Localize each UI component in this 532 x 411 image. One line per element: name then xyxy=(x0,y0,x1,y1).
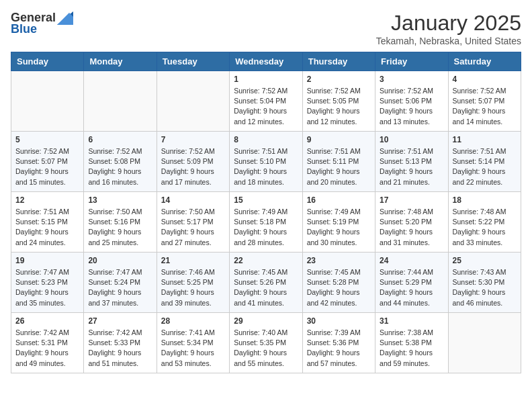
day-number: 5 xyxy=(15,135,79,144)
calendar-cell: 30Sunrise: 7:39 AM Sunset: 5:36 PM Dayli… xyxy=(302,313,375,373)
day-number: 7 xyxy=(161,135,225,144)
header-friday: Friday xyxy=(375,52,448,71)
calendar-cell: 10Sunrise: 7:51 AM Sunset: 5:13 PM Dayli… xyxy=(375,132,448,192)
day-number: 26 xyxy=(15,316,79,326)
title-location: Tekamah, Nebraska, United States xyxy=(376,36,521,46)
day-info: Sunrise: 7:52 AM Sunset: 5:09 PM Dayligh… xyxy=(161,146,225,187)
calendar-cell: 16Sunrise: 7:49 AM Sunset: 5:19 PM Dayli… xyxy=(302,192,375,253)
day-info: Sunrise: 7:42 AM Sunset: 5:33 PM Dayligh… xyxy=(88,328,152,369)
day-number: 1 xyxy=(234,75,298,84)
calendar-week-4: 26Sunrise: 7:42 AM Sunset: 5:31 PM Dayli… xyxy=(11,313,521,373)
header-sunday: Sunday xyxy=(11,52,84,71)
day-info: Sunrise: 7:47 AM Sunset: 5:24 PM Dayligh… xyxy=(88,267,152,308)
calendar-cell: 8Sunrise: 7:51 AM Sunset: 5:10 PM Daylig… xyxy=(230,132,302,192)
calendar-cell: 3Sunrise: 7:52 AM Sunset: 5:06 PM Daylig… xyxy=(375,71,448,132)
day-info: Sunrise: 7:51 AM Sunset: 5:10 PM Dayligh… xyxy=(234,146,298,187)
day-info: Sunrise: 7:45 AM Sunset: 5:28 PM Dayligh… xyxy=(307,267,371,308)
calendar-cell xyxy=(448,313,521,373)
calendar-cell: 2Sunrise: 7:52 AM Sunset: 5:05 PM Daylig… xyxy=(302,71,375,132)
calendar-cell xyxy=(11,71,84,132)
day-number: 23 xyxy=(307,256,371,265)
calendar-cell: 1Sunrise: 7:52 AM Sunset: 5:04 PM Daylig… xyxy=(230,71,302,132)
calendar-header-row: SundayMondayTuesdayWednesdayThursdayFrid… xyxy=(11,52,521,71)
day-number: 18 xyxy=(453,195,517,205)
calendar-week-2: 12Sunrise: 7:51 AM Sunset: 5:15 PM Dayli… xyxy=(11,192,521,253)
day-number: 2 xyxy=(307,75,371,84)
day-info: Sunrise: 7:52 AM Sunset: 5:08 PM Dayligh… xyxy=(88,146,152,187)
day-info: Sunrise: 7:43 AM Sunset: 5:30 PM Dayligh… xyxy=(453,267,517,308)
calendar-cell: 5Sunrise: 7:52 AM Sunset: 5:07 PM Daylig… xyxy=(11,132,84,192)
calendar-cell xyxy=(157,71,229,132)
day-number: 6 xyxy=(88,135,152,144)
header-saturday: Saturday xyxy=(448,52,521,71)
calendar-week-0: 1Sunrise: 7:52 AM Sunset: 5:04 PM Daylig… xyxy=(11,71,521,132)
calendar-cell: 28Sunrise: 7:41 AM Sunset: 5:34 PM Dayli… xyxy=(157,313,229,373)
calendar-cell: 14Sunrise: 7:50 AM Sunset: 5:17 PM Dayli… xyxy=(157,192,229,253)
day-number: 12 xyxy=(15,195,79,205)
calendar-cell: 26Sunrise: 7:42 AM Sunset: 5:31 PM Dayli… xyxy=(11,313,84,373)
day-info: Sunrise: 7:50 AM Sunset: 5:17 PM Dayligh… xyxy=(161,207,225,248)
day-number: 11 xyxy=(453,135,517,144)
header-tuesday: Tuesday xyxy=(157,52,229,71)
title-month: January 2025 xyxy=(376,11,521,36)
header-wednesday: Wednesday xyxy=(230,52,302,71)
day-info: Sunrise: 7:52 AM Sunset: 5:06 PM Dayligh… xyxy=(380,86,443,127)
calendar-cell: 11Sunrise: 7:51 AM Sunset: 5:14 PM Dayli… xyxy=(448,132,521,192)
calendar-cell: 29Sunrise: 7:40 AM Sunset: 5:35 PM Dayli… xyxy=(230,313,302,373)
calendar-cell xyxy=(84,71,157,132)
day-info: Sunrise: 7:52 AM Sunset: 5:07 PM Dayligh… xyxy=(15,146,79,187)
day-info: Sunrise: 7:51 AM Sunset: 5:11 PM Dayligh… xyxy=(307,146,371,187)
day-number: 25 xyxy=(453,256,517,265)
calendar-table: SundayMondayTuesdayWednesdayThursdayFrid… xyxy=(11,52,521,373)
day-number: 29 xyxy=(234,316,298,326)
day-info: Sunrise: 7:51 AM Sunset: 5:15 PM Dayligh… xyxy=(15,207,79,248)
day-number: 28 xyxy=(161,316,225,326)
calendar-week-3: 19Sunrise: 7:47 AM Sunset: 5:23 PM Dayli… xyxy=(11,253,521,313)
calendar-cell: 17Sunrise: 7:48 AM Sunset: 5:20 PM Dayli… xyxy=(375,192,448,253)
logo: General Blue xyxy=(11,11,73,36)
day-info: Sunrise: 7:48 AM Sunset: 5:20 PM Dayligh… xyxy=(380,207,443,248)
day-info: Sunrise: 7:44 AM Sunset: 5:29 PM Dayligh… xyxy=(380,267,443,308)
day-number: 3 xyxy=(380,75,443,84)
title-block: January 2025 Tekamah, Nebraska, United S… xyxy=(376,11,521,46)
day-info: Sunrise: 7:39 AM Sunset: 5:36 PM Dayligh… xyxy=(307,328,371,369)
day-info: Sunrise: 7:47 AM Sunset: 5:23 PM Dayligh… xyxy=(15,267,79,308)
calendar-cell: 25Sunrise: 7:43 AM Sunset: 5:30 PM Dayli… xyxy=(448,253,521,313)
day-info: Sunrise: 7:49 AM Sunset: 5:19 PM Dayligh… xyxy=(307,207,371,248)
calendar-cell: 6Sunrise: 7:52 AM Sunset: 5:08 PM Daylig… xyxy=(84,132,157,192)
page-header: General Blue January 2025 Tekamah, Nebra… xyxy=(11,11,521,46)
day-info: Sunrise: 7:38 AM Sunset: 5:38 PM Dayligh… xyxy=(380,328,443,369)
calendar-cell: 23Sunrise: 7:45 AM Sunset: 5:28 PM Dayli… xyxy=(302,253,375,313)
day-number: 22 xyxy=(234,256,298,265)
day-info: Sunrise: 7:48 AM Sunset: 5:22 PM Dayligh… xyxy=(453,207,517,248)
svg-marker-1 xyxy=(57,13,73,25)
calendar-cell: 20Sunrise: 7:47 AM Sunset: 5:24 PM Dayli… xyxy=(84,253,157,313)
day-number: 27 xyxy=(88,316,152,326)
day-number: 30 xyxy=(307,316,371,326)
header-thursday: Thursday xyxy=(302,52,375,71)
day-number: 10 xyxy=(380,135,443,144)
calendar-cell: 22Sunrise: 7:45 AM Sunset: 5:26 PM Dayli… xyxy=(230,253,302,313)
day-number: 17 xyxy=(380,195,443,205)
day-number: 13 xyxy=(88,195,152,205)
day-info: Sunrise: 7:45 AM Sunset: 5:26 PM Dayligh… xyxy=(234,267,298,308)
calendar-cell: 18Sunrise: 7:48 AM Sunset: 5:22 PM Dayli… xyxy=(448,192,521,253)
day-number: 24 xyxy=(380,256,443,265)
day-number: 21 xyxy=(161,256,225,265)
day-number: 31 xyxy=(380,316,443,326)
calendar-cell: 24Sunrise: 7:44 AM Sunset: 5:29 PM Dayli… xyxy=(375,253,448,313)
calendar-cell: 13Sunrise: 7:50 AM Sunset: 5:16 PM Dayli… xyxy=(84,192,157,253)
day-info: Sunrise: 7:51 AM Sunset: 5:13 PM Dayligh… xyxy=(380,146,443,187)
day-number: 14 xyxy=(161,195,225,205)
day-info: Sunrise: 7:41 AM Sunset: 5:34 PM Dayligh… xyxy=(161,328,225,369)
calendar-cell: 7Sunrise: 7:52 AM Sunset: 5:09 PM Daylig… xyxy=(157,132,229,192)
day-number: 15 xyxy=(234,195,298,205)
day-info: Sunrise: 7:52 AM Sunset: 5:07 PM Dayligh… xyxy=(453,86,517,127)
calendar-cell: 19Sunrise: 7:47 AM Sunset: 5:23 PM Dayli… xyxy=(11,253,84,313)
day-info: Sunrise: 7:46 AM Sunset: 5:25 PM Dayligh… xyxy=(161,267,225,308)
calendar-cell: 27Sunrise: 7:42 AM Sunset: 5:33 PM Dayli… xyxy=(84,313,157,373)
day-number: 20 xyxy=(88,256,152,265)
day-info: Sunrise: 7:51 AM Sunset: 5:14 PM Dayligh… xyxy=(453,146,517,187)
logo-icon xyxy=(57,11,73,25)
day-info: Sunrise: 7:42 AM Sunset: 5:31 PM Dayligh… xyxy=(15,328,79,369)
